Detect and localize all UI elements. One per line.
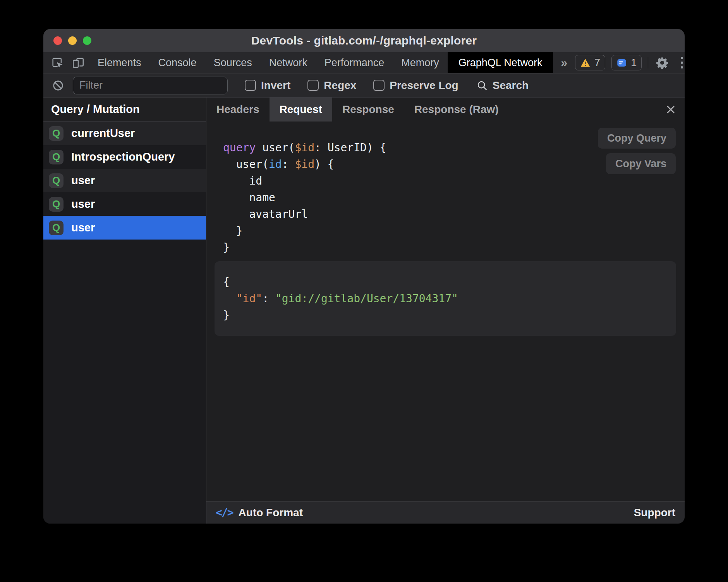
tab-request[interactable]: Request bbox=[270, 98, 332, 122]
warnings-count: 7 bbox=[594, 57, 600, 69]
support-link[interactable]: Support bbox=[634, 507, 675, 519]
tab-sources[interactable]: Sources bbox=[205, 52, 261, 73]
code-brackets-icon: </> bbox=[216, 506, 233, 519]
query-type-badge: Q bbox=[49, 150, 64, 164]
issues-count: 1 bbox=[631, 57, 637, 69]
warnings-badge[interactable]: 7 bbox=[575, 55, 605, 70]
devtools-toolbar: Elements Console Sources Network Perform… bbox=[43, 52, 685, 74]
toolbar-right-separator bbox=[648, 57, 648, 68]
tab-elements[interactable]: Elements bbox=[89, 52, 150, 73]
tab-network[interactable]: Network bbox=[261, 52, 316, 73]
invert-checkbox[interactable] bbox=[245, 80, 256, 91]
search-icon bbox=[476, 80, 488, 91]
request-detail-panel: Headers Request Response Response (Raw) … bbox=[206, 98, 685, 524]
tab-response-raw[interactable]: Response (Raw) bbox=[404, 98, 509, 122]
detail-footer: </> Auto Format Support bbox=[206, 501, 685, 524]
panel-tabs: Elements Console Sources Network Perform… bbox=[89, 52, 553, 73]
device-toolbar-icon[interactable] bbox=[70, 55, 86, 70]
window-title: DevTools - gitlab.com/-/graphql-explorer bbox=[43, 34, 685, 47]
variables-panel: { "id": "gid://gitlab/User/13704317"} bbox=[215, 261, 676, 336]
query-type-badge: Q bbox=[49, 126, 64, 141]
filter-input[interactable] bbox=[73, 77, 228, 94]
copy-vars-button[interactable]: Copy Vars bbox=[606, 153, 676, 174]
query-list-header: Query / Mutation bbox=[43, 98, 206, 122]
variables-json-code: { "id": "gid://gitlab/User/13704317"} bbox=[223, 274, 676, 324]
preserve-log-label: Preserve Log bbox=[390, 79, 458, 92]
tab-headers[interactable]: Headers bbox=[206, 98, 270, 122]
tab-response[interactable]: Response bbox=[332, 98, 404, 122]
issues-badge[interactable]: 1 bbox=[611, 55, 642, 70]
list-item-currentuser[interactable]: Q currentUser bbox=[43, 122, 206, 145]
list-item-user-selected[interactable]: Q user bbox=[43, 216, 206, 240]
regex-checkbox-group[interactable]: Regex bbox=[307, 79, 356, 92]
message-icon bbox=[616, 58, 627, 68]
tab-memory[interactable]: Memory bbox=[393, 52, 448, 73]
titlebar: DevTools - gitlab.com/-/graphql-explorer bbox=[43, 29, 685, 52]
invert-checkbox-group[interactable]: Invert bbox=[245, 79, 290, 92]
preserve-log-checkbox[interactable] bbox=[373, 80, 385, 91]
search-label: Search bbox=[493, 79, 529, 92]
list-item-user-2[interactable]: Q user bbox=[43, 192, 206, 216]
regex-label: Regex bbox=[324, 79, 356, 92]
auto-format-label: Auto Format bbox=[239, 507, 303, 519]
query-type-badge: Q bbox=[49, 197, 64, 212]
query-type-badge: Q bbox=[49, 173, 64, 188]
list-item-introspectionquery[interactable]: Q IntrospectionQuery bbox=[43, 145, 206, 169]
list-item-user-1[interactable]: Q user bbox=[43, 169, 206, 192]
detail-tabs: Headers Request Response Response (Raw) bbox=[206, 98, 685, 122]
filter-bar: Invert Regex Preserve Log Search bbox=[43, 74, 685, 98]
clear-icon[interactable] bbox=[50, 78, 66, 93]
preserve-log-checkbox-group[interactable]: Preserve Log bbox=[373, 79, 458, 92]
close-detail-button[interactable] bbox=[657, 98, 685, 122]
devtools-window: DevTools - gitlab.com/-/graphql-explorer… bbox=[43, 29, 685, 524]
query-list-empty-area bbox=[43, 240, 206, 524]
more-tabs-icon[interactable]: » bbox=[553, 52, 575, 73]
tab-performance[interactable]: Performance bbox=[316, 52, 393, 73]
gear-icon[interactable] bbox=[654, 55, 670, 70]
close-icon bbox=[665, 104, 676, 115]
tab-console[interactable]: Console bbox=[150, 52, 205, 73]
copy-query-button[interactable]: Copy Query bbox=[598, 128, 676, 149]
tab-graphql-network[interactable]: GraphQL Network bbox=[448, 52, 553, 73]
kebab-menu-icon[interactable] bbox=[676, 57, 685, 68]
query-list-panel: Query / Mutation Q currentUser Q Introsp… bbox=[43, 98, 206, 524]
query-type-badge: Q bbox=[49, 221, 64, 235]
request-content: query user($id: UserID) { user(id: $id) … bbox=[206, 122, 685, 501]
warning-icon bbox=[580, 58, 591, 68]
auto-format-button[interactable]: </> Auto Format bbox=[216, 506, 303, 519]
regex-checkbox[interactable] bbox=[307, 80, 319, 91]
inspect-element-icon[interactable] bbox=[50, 55, 65, 70]
invert-label: Invert bbox=[261, 79, 290, 92]
search-control[interactable]: Search bbox=[476, 79, 529, 92]
